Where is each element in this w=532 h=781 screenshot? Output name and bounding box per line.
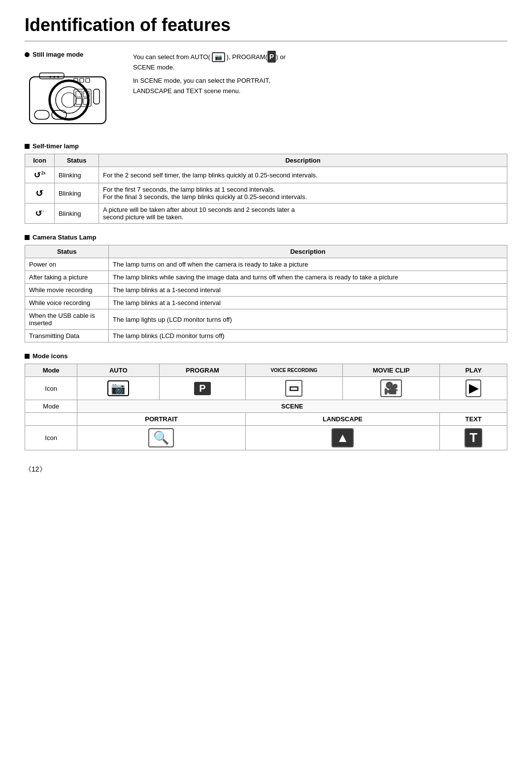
mode-header-row: Mode AUTO PROGRAM VOICE RECORDING MOVIE … [25,364,507,377]
scene-portrait-cell: PORTRAIT [77,413,246,426]
mode-icon-label-1: Icon [25,377,77,400]
scene-colspan-cell: SCENE [77,400,507,413]
bullet-icon [25,52,30,57]
scene-landscape-cell: LANDSCAPE [245,413,440,426]
scene-sub-empty [25,413,77,426]
camera-status-row-2: After taking a picture The lamp blinks w… [25,271,507,284]
mode-icon-voice: ▭ [245,377,342,400]
camera-status-cell-6: Transmitting Data [25,330,109,342]
self-timer-icon-2: ↺ [25,183,55,204]
scene-icon-portrait: 🔍 [77,426,246,450]
camera-status-row-6: Transmitting Data The lamp blinks (LCD m… [25,330,507,342]
mode-icons-table: Mode AUTO PROGRAM VOICE RECORDING MOVIE … [25,364,507,450]
scene-icon-landscape: ▲ [245,426,440,450]
svg-rect-11 [34,110,49,119]
camera-status-label: Camera Status Lamp [25,234,507,241]
mode-th-voice: VOICE RECORDING [245,364,342,377]
svg-point-9 [53,76,55,78]
scene-sub-row: PORTRAIT LANDSCAPE TEXT [25,413,507,426]
mode-icon-movie: 🎥 [343,377,440,400]
camera-svg-diagram [25,62,118,131]
camera-status-cell-5: When the USB cable is inserted [25,309,109,330]
camera-diagram: Still image mode [25,51,118,133]
self-timer-status-3: Blinking [55,204,99,224]
camera-status-th-description: Description [109,245,507,258]
camera-status-desc-3: The lamp blinks at a 1-second interval [109,284,507,297]
mode-icon-program: P [160,377,246,400]
self-timer-section: Self-timer lamp Icon Status Description … [25,142,507,224]
svg-point-2 [56,87,82,113]
camera-status-cell-4: While voice recording [25,297,109,309]
svg-point-10 [57,76,59,78]
mode-th-mode: Mode [25,364,77,377]
camera-status-cell-2: After taking a picture [25,271,109,284]
camera-status-row-4: While voice recording The lamp blinks at… [25,297,507,309]
self-timer-th-description: Description [99,154,507,167]
scene-icon-text: T [440,426,507,450]
camera-status-table: Status Description Power on The lamp tur… [25,245,507,342]
mode-th-play: PLAY [440,364,507,377]
scene-text-cell: TEXT [440,413,507,426]
mode-th-auto: AUTO [77,364,160,377]
mode-th-movie: MOVIE CLIP [343,364,440,377]
camera-status-th-status: Status [25,245,109,258]
mode-icon-play: ▶ [440,377,507,400]
camera-status-desc-2: The lamp blinks while saving the image d… [109,271,507,284]
scene-mode-label: Mode [25,400,77,413]
square-bullet-icon [25,144,30,149]
svg-rect-7 [86,78,90,82]
scene-icon-label: Icon [25,426,77,450]
self-timer-desc-2: For the first 7 seconds, the lamp blinks… [99,183,507,204]
self-timer-icon-1: ↺2s [25,167,55,183]
svg-rect-4 [39,73,64,79]
svg-point-19 [49,80,89,120]
still-image-section: Still image mode [25,51,507,133]
svg-point-8 [49,76,51,78]
self-timer-label: Self-timer lamp [25,142,507,150]
square-bullet-icon-3 [25,354,30,359]
self-timer-row-2: ↺ Blinking For the first 7 seconds, the … [25,183,507,204]
square-bullet-icon-2 [25,235,30,240]
self-timer-row-3: ↺◦ Blinking A picture will be taken afte… [25,204,507,224]
scene-icon-row: Icon 🔍 ▲ T [25,426,507,450]
camera-status-row-1: Power on The lamp turns on and off when … [25,258,507,271]
self-timer-th-status: Status [55,154,99,167]
scene-header-row: Mode SCENE [25,400,507,413]
svg-rect-0 [30,77,106,124]
mode-icons-label: Mode icons [25,352,507,360]
camera-status-cell-3: While movie recording [25,284,109,297]
camera-status-desc-5: The lamp lights up (LCD monitor turns of… [109,309,507,330]
self-timer-row-1: ↺2s Blinking For the 2 second self timer… [25,167,507,183]
svg-rect-6 [80,78,84,82]
svg-rect-17 [76,99,82,104]
page-title: Identification of features [25,15,507,42]
camera-status-row-3: While movie recording The lamp blinks at… [25,284,507,297]
self-timer-status-1: Blinking [55,167,99,183]
camera-status-row-5: When the USB cable is inserted The lamp … [25,309,507,330]
camera-status-cell-1: Power on [25,258,109,271]
mode-icon-row-1: Icon 📷 P ▭ 🎥 ▶ [25,377,507,400]
self-timer-status-2: Blinking [55,183,99,204]
mode-icon-auto: 📷 [77,377,160,400]
mode-icons-section: Mode icons Mode AUTO PROGRAM VOICE RECOR… [25,352,507,450]
mode-th-program: PROGRAM [160,364,246,377]
camera-status-section: Camera Status Lamp Status Description Po… [25,234,507,342]
self-timer-icon-3: ↺◦ [25,204,55,224]
svg-rect-13 [94,89,100,104]
still-image-description: You can select from AUTO(📷), PROGRAM(P) … [133,51,507,97]
page-number: 《12》 [25,465,507,474]
self-timer-desc-1: For the 2 second self timer, the lamp bl… [99,167,507,183]
self-timer-table: Icon Status Description ↺2s Blinking For… [25,154,507,224]
camera-status-desc-6: The lamp blinks (LCD monitor turns off) [109,330,507,342]
self-timer-desc-3: A picture will be taken after about 10 s… [99,204,507,224]
self-timer-th-icon: Icon [25,154,55,167]
still-image-label: Still image mode [25,51,118,58]
camera-status-desc-4: The lamp blinks at a 1-second interval [109,297,507,309]
camera-status-desc-1: The lamp turns on and off when the camer… [109,258,507,271]
